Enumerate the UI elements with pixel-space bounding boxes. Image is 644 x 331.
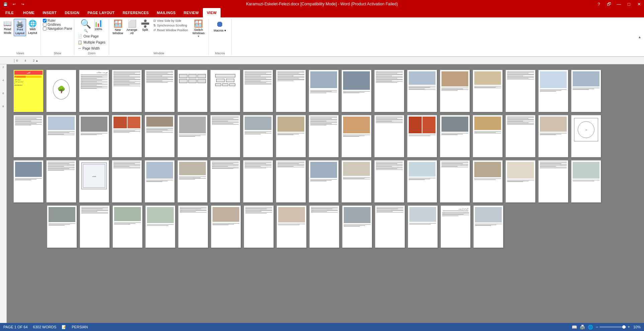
help-button[interactable]: ? [594, 0, 604, 8]
read-mode-button[interactable]: 📖 ReadMode [2, 19, 13, 36]
page-text-3: کارنامه آزمون [440, 205, 471, 248]
ribbon-tab-bar: FILE HOME INSERT DESIGN PAGE LAYOUT REFE… [0, 8, 644, 17]
tab-mailings[interactable]: MAILINGS [153, 8, 180, 17]
v-ruler-6: 6 [2, 92, 4, 95]
page-61 [244, 205, 274, 248]
ribbon-collapse-button[interactable]: ▲ [638, 35, 641, 39]
ruler-bar: │ 6 4 2 ▲ [0, 57, 644, 64]
tab-file[interactable]: FILE [0, 8, 19, 17]
gridlines-checkbox[interactable]: Gridlines [43, 23, 72, 26]
page-25 [210, 115, 240, 157]
switch-windows-button[interactable]: 🪟 SwitchWindows ▼ [190, 19, 207, 39]
page-count[interactable]: PAGE 1 OF 64 [3, 325, 28, 329]
page-31 [407, 115, 437, 157]
arrange-all-label: ArrangeAll [127, 28, 137, 35]
page-52 [505, 160, 536, 203]
view-side-by-side-button[interactable]: ⊟ View Side by Side [152, 19, 189, 23]
sign-in-button[interactable]: Sign in [625, 9, 644, 16]
zoom-controls[interactable]: − + 10% [596, 325, 641, 329]
page-width-button[interactable]: ↔️ Page Width [76, 46, 101, 51]
macros-group-content: ⏺ Macros ▼ [211, 19, 229, 51]
tab-design[interactable]: DESIGN [61, 8, 83, 17]
synchronous-scrolling-button[interactable]: ⇅ Synchronous Scrolling [152, 23, 189, 27]
tab-view[interactable]: VIEW [203, 8, 221, 17]
reset-window-position-button[interactable]: ↺ Reset Window Position [152, 28, 189, 32]
word-count-text: 6302 WORDS [33, 325, 57, 329]
zoom-slider-thumb[interactable] [622, 325, 626, 329]
document-area[interactable]: آنلاین متن مرجع دانلودارزان‌ترین قیمتبا0… [7, 64, 644, 331]
show-group-content: Ruler Gridlines Navigation Pane [43, 19, 72, 51]
print-layout-button[interactable]: 🖨️ PrintLayout [14, 19, 26, 36]
page-width-icon: ↔️ [78, 46, 81, 50]
view-mode-icon-print[interactable]: 🖨️ [580, 325, 585, 330]
close-button[interactable]: ✕ [634, 0, 644, 8]
tab-insert[interactable]: INSERT [38, 8, 61, 17]
language[interactable]: PERSIAN [72, 325, 88, 329]
page-9 [276, 70, 306, 112]
web-layout-label: WebLayout [28, 27, 37, 35]
page-8 [243, 70, 273, 112]
new-window-icon: 🪟 [113, 19, 123, 28]
navigation-pane-checkbox[interactable]: Navigation Pane [43, 27, 72, 30]
quick-access-toolbar[interactable]: 💾 ↩ ↪ [0, 0, 27, 8]
ruler-check[interactable] [43, 19, 47, 22]
restore-button[interactable]: 🗗 [604, 0, 614, 8]
zoom-out-icon[interactable]: − [596, 325, 598, 329]
page-11 [341, 70, 372, 112]
tab-home[interactable]: HOME [19, 8, 38, 17]
ruler-checkbox[interactable]: Ruler [43, 19, 72, 22]
view-mode-icon-web[interactable]: 🌐 [588, 325, 593, 330]
page-49 [407, 160, 437, 203]
reset-window-label: Reset Window Position [157, 28, 188, 32]
minimize-button[interactable]: — [614, 0, 624, 8]
window-group-content: 🪟 NewWindow ⬜ ArrangeAll ➗ Split [111, 19, 207, 51]
macros-arrow: ▼ [224, 29, 227, 32]
save-icon[interactable]: 💾 [1, 1, 9, 7]
page-60 [211, 205, 241, 248]
zoom-in-icon[interactable]: + [628, 325, 630, 329]
zoom-button[interactable]: 🔍 🔍 [80, 19, 91, 32]
proofing-icon[interactable]: 📝 [62, 325, 66, 329]
maximize-button[interactable]: □ [624, 0, 634, 8]
new-window-button[interactable]: 🪟 NewWindow [111, 19, 125, 36]
view-side-label: View Side by Side [157, 19, 181, 22]
page-47 [341, 160, 372, 203]
split-button[interactable]: ➗ Split [139, 19, 151, 32]
window-controls[interactable]: ? 🗗 — □ ✕ [594, 0, 644, 8]
page-39: نقشه [79, 160, 109, 203]
print-layout-icon: 🖨️ [16, 20, 24, 28]
page-2: 🌳 [46, 70, 76, 112]
page-14 [440, 70, 470, 112]
page-29 [341, 115, 372, 157]
tab-page-layout[interactable]: PAGE LAYOUT [83, 8, 118, 17]
page-44 [243, 160, 273, 203]
page-56 [80, 205, 110, 248]
page-width-label: Page Width [82, 47, 100, 50]
page-21 [79, 115, 109, 157]
page-text-4 [473, 205, 503, 248]
macros-button[interactable]: ⏺ Macros ▼ [211, 19, 229, 33]
page-57 [112, 205, 143, 248]
title-text: Karamuzi-Eskelet-Felezi.docx [Compatibil… [246, 2, 398, 6]
word-count[interactable]: 6302 WORDS [33, 325, 57, 329]
one-page-button[interactable]: 📄 One Page [76, 34, 100, 39]
ruler-content: │ 6 4 2 ▲ [13, 57, 644, 64]
gridlines-check[interactable] [43, 23, 47, 26]
multiple-pages-button[interactable]: 📋 Multiple Pages [76, 40, 107, 45]
tab-review[interactable]: REVIEW [180, 8, 203, 17]
ribbon: FILE HOME INSERT DESIGN PAGE LAYOUT REFE… [0, 8, 644, 57]
ruler-mark-2: 4 [24, 59, 26, 62]
page-63 [309, 205, 339, 248]
tab-references[interactable]: REFERENCES [118, 8, 153, 17]
arrange-all-button[interactable]: ⬜ ArrangeAll [125, 19, 139, 36]
page-34 [505, 115, 536, 157]
zoom-slider-track[interactable] [599, 326, 626, 328]
page-12 [374, 70, 404, 112]
view-mode-icon-read[interactable]: 📖 [572, 325, 577, 330]
web-layout-button[interactable]: 🌐 WebLayout [27, 19, 38, 36]
page-26 [243, 115, 273, 157]
redo-icon[interactable]: ↪ [19, 1, 27, 7]
undo-icon[interactable]: ↩ [10, 1, 18, 7]
nav-pane-check[interactable] [43, 27, 47, 30]
zoom-100-button[interactable]: 📊 100% [94, 19, 103, 31]
